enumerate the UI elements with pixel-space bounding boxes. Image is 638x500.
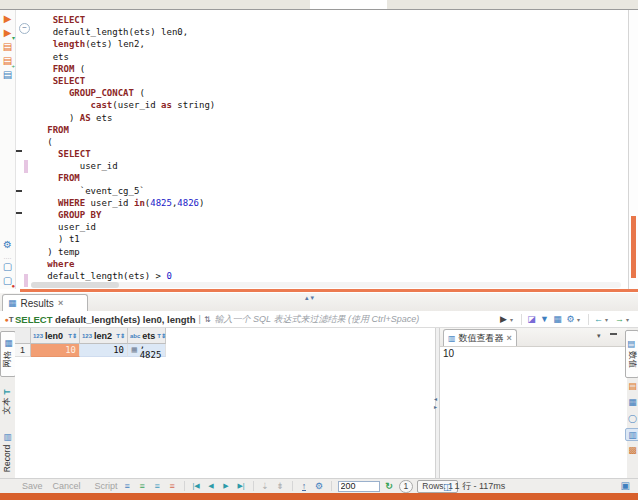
expand-filter-icon[interactable]: ⇅ xyxy=(204,315,211,324)
fetch-next-page-icon[interactable]: ⇣ xyxy=(260,481,271,491)
nav-back-icon[interactable]: ← xyxy=(592,314,605,324)
column-header-len0[interactable]: 123 len0 T⇕ xyxy=(31,328,80,344)
results-tab-close-icon[interactable]: × xyxy=(58,298,63,308)
tab-grid-presentation[interactable]: 网格▦ xyxy=(0,331,16,377)
value-viewer-tab[interactable]: ▥ 数值查看器 × xyxy=(443,329,517,346)
editor-hscrollbar-thumb[interactable] xyxy=(31,282,119,288)
code-line: FROM ( xyxy=(31,63,621,75)
delete-row-icon[interactable]: ≡ xyxy=(167,481,178,491)
results-tab[interactable]: ▦ Results × xyxy=(2,294,88,311)
tab-value-panel[interactable]: ▥数值 xyxy=(625,330,638,378)
execute-new-tab-icon[interactable]: ▶▾ xyxy=(1,26,14,39)
save-file-icon[interactable]: ▢● xyxy=(1,274,14,287)
cell-ets[interactable]: ▦ , 4825 xyxy=(128,344,166,357)
forward-dropdown-icon[interactable]: ▾ xyxy=(626,316,634,323)
code-line: `event_cg_5` xyxy=(31,185,621,197)
save-filter-icon[interactable]: ▦ xyxy=(551,314,564,324)
complex-value-icon: ▦ xyxy=(131,346,138,354)
code-line: SELECT xyxy=(31,75,621,87)
metadata-panel-icon[interactable]: ▦ xyxy=(625,396,638,409)
separator xyxy=(292,481,293,491)
query-label: SELECT default_length(ets) len0, length xyxy=(15,314,196,325)
value-viewer-toggle-icon[interactable]: ▥ xyxy=(625,428,638,441)
edit-value-icon[interactable]: ≡ xyxy=(122,481,133,491)
panel-minimize-icon[interactable] xyxy=(610,333,617,341)
gutter-dash-marker xyxy=(16,190,22,192)
open-file-icon[interactable]: ▢ xyxy=(1,260,14,273)
result-grid[interactable]: 123 len0 T⇕ 123 len2 T⇕ abc ets T⇕ 1 10 … xyxy=(15,328,435,478)
column-name: ets xyxy=(142,331,155,341)
filter-input[interactable]: 输入一个 SQL 表达式来过滤结果 (使用 Ctrl+Space) xyxy=(215,313,497,326)
change-bar xyxy=(24,274,28,287)
value-viewer-panel xyxy=(440,328,627,478)
editor-settings-gear-icon[interactable]: ⚙ xyxy=(1,238,14,251)
column-header-len2[interactable]: 123 len2 T⇕ xyxy=(80,328,128,344)
fold-collapse-icon[interactable]: − xyxy=(19,23,30,34)
value-viewer-title: 数值查看器 xyxy=(459,332,504,345)
clear-filter-eraser-icon[interactable]: ◪ xyxy=(525,314,538,324)
first-row-icon[interactable]: |◀ xyxy=(191,482,202,490)
execute-statement-icon[interactable]: ▶ xyxy=(1,12,14,25)
grid-presentation-label: 网格 xyxy=(2,351,14,368)
export-data-icon[interactable]: ↑ xyxy=(299,481,310,491)
grid-corner[interactable] xyxy=(15,328,31,344)
separator xyxy=(331,481,332,491)
code-line: cast(user_id as string) xyxy=(31,99,621,111)
value-viewer-icon: ▥ xyxy=(448,334,456,343)
overview-ruler-marker[interactable] xyxy=(631,216,636,278)
divider-collapse-left-icon[interactable]: ◂ xyxy=(434,395,437,402)
sort-filter-icon[interactable]: T⇕ xyxy=(157,332,166,339)
grid-settings-gear-icon[interactable]: ⚙ xyxy=(314,481,325,491)
sash-collapse-arrows[interactable]: ▴▾ xyxy=(305,294,316,302)
sort-filter-icon[interactable]: T⇕ xyxy=(116,332,125,339)
calc-panel-icon[interactable]: ▤ xyxy=(625,380,638,393)
value-viewer-close-icon[interactable]: × xyxy=(507,333,512,343)
panel-toggle-strip: ▥数值 ▤ ▦ ◯ ▥ ▩ xyxy=(627,328,638,478)
nav-forward-icon[interactable]: → xyxy=(613,314,626,324)
gutter-dash-marker xyxy=(16,150,22,152)
sort-filter-icon[interactable]: T⇕ xyxy=(68,332,77,339)
editor-results-sash[interactable] xyxy=(20,289,638,292)
refresh-count-badge[interactable]: 1 xyxy=(399,480,414,493)
previous-row-icon[interactable]: ◀ xyxy=(206,482,217,490)
stats-text: 1 行 - 117ms xyxy=(455,480,506,493)
save-button[interactable]: Save xyxy=(22,481,43,491)
apply-filter-icon[interactable]: ▶ xyxy=(497,314,510,324)
editor-hscrollbar[interactable] xyxy=(31,282,621,288)
cell-len2[interactable]: 10 xyxy=(80,344,128,357)
value-viewer-content[interactable]: 10 xyxy=(443,348,454,359)
panel-menu-dropdown-icon[interactable]: ▾ xyxy=(597,332,601,340)
row-header-1[interactable]: 1 xyxy=(15,344,31,357)
filter-history-dropdown-icon[interactable]: ▾ xyxy=(510,316,518,323)
divider-collapse-right-icon[interactable]: ▸ xyxy=(434,403,437,410)
sql-code-area[interactable]: SELECT default_length(ets) len0, length(… xyxy=(31,14,621,282)
bottom-sash[interactable] xyxy=(0,493,638,500)
refresh-icon[interactable]: ↻ xyxy=(384,481,395,491)
execute-script-new-icon[interactable]: ▤+ xyxy=(1,54,14,67)
fetch-all-rows-icon[interactable]: ⇟ xyxy=(275,481,286,491)
back-dropdown-icon[interactable]: ▾ xyxy=(605,316,613,323)
cell-len0-selected[interactable]: 10 xyxy=(31,344,80,357)
separator xyxy=(521,314,522,325)
tab-record-presentation[interactable]: Record▤ xyxy=(0,428,14,478)
next-row-icon[interactable]: ▶ xyxy=(221,482,232,490)
last-row-icon[interactable]: ▶| xyxy=(236,482,247,490)
custom-filter-funnel-icon[interactable]: ▼ xyxy=(538,314,551,324)
tab-text-presentation[interactable]: 文本T xyxy=(0,380,14,424)
references-panel-icon[interactable]: ◯ xyxy=(625,412,638,425)
script-button[interactable]: Script xyxy=(95,481,118,491)
code-line: ) t1 xyxy=(31,233,621,245)
code-line: default_length(ets) > 0 xyxy=(31,270,621,282)
add-row-icon[interactable]: ≡ xyxy=(137,481,148,491)
explain-plan-icon[interactable]: ▤ xyxy=(1,68,14,81)
filter-settings-gear-icon[interactable]: ⚙ xyxy=(564,314,577,324)
record-presentation-label: Record xyxy=(2,445,12,472)
code-line: SELECT xyxy=(31,14,621,26)
gear-dropdown-icon[interactable]: ▾ xyxy=(577,316,585,323)
cancel-button[interactable]: Cancel xyxy=(53,481,81,491)
copy-row-icon[interactable]: ≡ xyxy=(152,481,163,491)
restore-panel-icon[interactable]: ▣ xyxy=(621,480,630,491)
fetch-size-input[interactable] xyxy=(338,481,380,492)
execute-script-icon[interactable]: ▤ xyxy=(1,40,14,53)
grouping-panel-icon[interactable]: ▩ xyxy=(625,444,638,457)
